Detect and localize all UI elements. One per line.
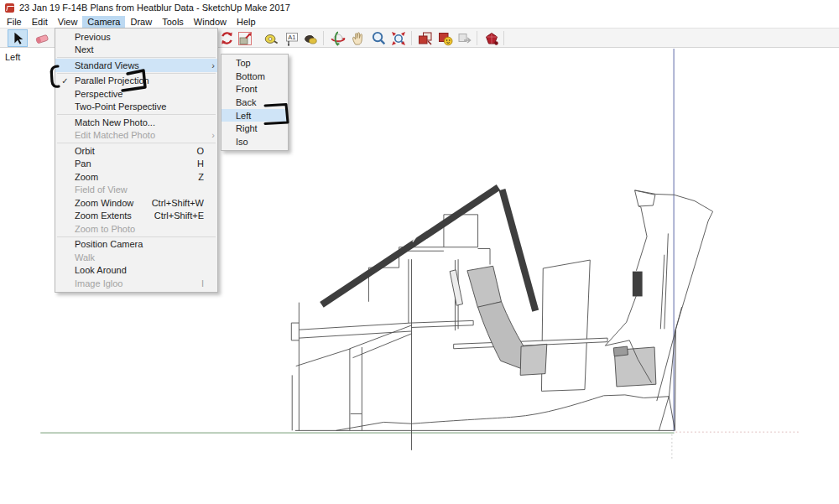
menu-item-next[interactable]: Next — [55, 44, 217, 57]
sketchup-logo-icon — [5, 3, 14, 13]
menu-item-edit-matched-photo: Edit Matched Photo› — [55, 129, 217, 143]
title-bar: 23 Jan 19 F-14B Plans from Heatblur Data… — [0, 0, 839, 15]
submenu-item-iso[interactable]: Iso — [221, 135, 288, 148]
orbit-tool-button[interactable] — [328, 29, 348, 47]
menu-item-field-of-view: Field of View — [55, 184, 217, 197]
menu-separator — [57, 114, 216, 115]
menu-item-zoom-extents[interactable]: Zoom ExtentsCtrl+Shift+E — [55, 210, 217, 223]
toolbar-separator — [323, 31, 324, 45]
pan-tool-button[interactable] — [347, 29, 367, 47]
share-model-icon — [456, 30, 473, 47]
menu-item-standard-views[interactable]: Standard Views› — [55, 59, 217, 72]
console-panels — [467, 266, 656, 387]
extension-warehouse-button[interactable] — [482, 29, 502, 47]
checkmark-icon: ✓ — [55, 76, 75, 86]
toolbar-separator — [503, 31, 504, 45]
tape-measure-icon — [263, 31, 279, 46]
orbit-icon — [330, 30, 347, 47]
camera-dropdown-menu: Previous Next Standard Views› ✓Parallel … — [55, 28, 218, 293]
seat-hatch-strip — [633, 272, 643, 297]
menu-help[interactable]: Help — [232, 16, 261, 28]
submenu-arrow-icon: › — [209, 60, 217, 70]
menu-item-zoom-to-photo: Zoom to Photo — [55, 222, 217, 236]
eraser-tool-button[interactable] — [32, 29, 52, 47]
menu-bar: File Edit View Camera Draw Tools Window … — [0, 15, 839, 28]
standard-views-submenu: Top Bottom Front Back Left Right Iso — [221, 54, 289, 151]
menu-item-image-igloo: Image IglooI — [55, 277, 217, 290]
menu-view[interactable]: View — [53, 16, 83, 28]
rotate-icon — [219, 30, 235, 46]
submenu-item-back[interactable]: Back — [221, 96, 288, 109]
menu-separator — [57, 236, 216, 237]
menu-item-zoom[interactable]: ZoomZ — [55, 170, 217, 184]
menu-separator — [57, 143, 216, 143]
zoom-tool-button[interactable] — [368, 29, 388, 47]
menu-item-orbit[interactable]: OrbitO — [55, 144, 217, 158]
tape-measure-tool-button[interactable] — [261, 29, 281, 47]
fuselage-lines — [291, 215, 681, 450]
seat-outline — [605, 190, 712, 430]
canopy-frame-dark — [321, 187, 535, 310]
zoom-extents-tool-button[interactable] — [388, 29, 409, 47]
submenu-item-bottom[interactable]: Bottom — [221, 70, 288, 83]
submenu-item-left[interactable]: Left — [221, 109, 288, 122]
get-models-button[interactable] — [435, 29, 456, 47]
submenu-arrow-icon: › — [209, 130, 217, 140]
menu-file[interactable]: File — [2, 16, 27, 28]
get-models-icon — [437, 30, 454, 47]
paint-bucket-tool-button[interactable] — [300, 29, 320, 47]
zoom-extents-icon — [390, 30, 407, 47]
menu-window[interactable]: Window — [189, 16, 232, 28]
window-title: 23 Jan 19 F-14B Plans from Heatblur Data… — [19, 3, 290, 13]
menu-item-two-point-perspective[interactable]: Two-Point Perspective — [55, 101, 217, 114]
menu-camera[interactable]: Camera — [82, 16, 125, 28]
zoom-magnifier-icon — [371, 30, 387, 46]
submenu-item-right[interactable]: Right — [221, 122, 288, 135]
menu-separator — [57, 57, 216, 58]
select-arrow-icon — [10, 31, 25, 46]
dimension-tool-button[interactable]: A1 — [282, 29, 302, 47]
paint-bucket-icon — [302, 30, 319, 46]
toolbar-separator — [477, 31, 477, 45]
menu-draw[interactable]: Draw — [125, 16, 157, 28]
toolbar-separator — [411, 31, 412, 45]
menu-item-zoom-window[interactable]: Zoom WindowCtrl+Shift+W — [55, 196, 217, 210]
menu-item-position-camera[interactable]: Position Camera — [55, 238, 217, 252]
menu-item-parallel-projection[interactable]: ✓Parallel Projection — [55, 75, 217, 88]
eraser-icon — [34, 31, 50, 46]
make-component-button[interactable] — [415, 29, 435, 47]
menu-item-walk: Walk — [55, 251, 217, 264]
menu-item-match-new-photo[interactable]: Match New Photo... — [55, 116, 217, 129]
submenu-item-front[interactable]: Front — [221, 82, 288, 96]
scale-icon — [237, 30, 253, 47]
scale-tool-button[interactable] — [235, 29, 255, 47]
dimension-a1-icon: A1 — [284, 30, 300, 47]
menu-edit[interactable]: Edit — [27, 16, 53, 28]
menu-tools[interactable]: Tools — [157, 16, 189, 28]
select-tool-button[interactable] — [8, 29, 28, 47]
svg-text:A1: A1 — [288, 34, 295, 41]
menu-item-previous[interactable]: Previous — [55, 30, 217, 44]
share-model-button[interactable] — [455, 29, 475, 47]
menu-item-look-around[interactable]: Look Around — [55, 264, 217, 278]
make-component-icon — [417, 30, 434, 47]
rotate-tool-button[interactable] — [216, 29, 237, 47]
extension-warehouse-icon — [483, 30, 500, 47]
menu-separator — [57, 73, 216, 74]
submenu-item-top[interactable]: Top — [221, 56, 288, 70]
menu-item-pan[interactable]: PanH — [55, 158, 217, 171]
menu-item-perspective[interactable]: Perspective — [55, 87, 217, 101]
pan-hand-icon — [350, 30, 366, 46]
side-sliver — [450, 270, 462, 305]
